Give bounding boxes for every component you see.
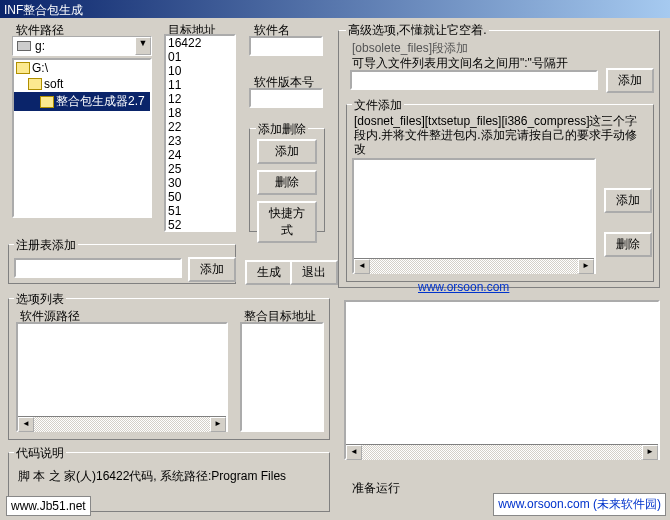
software-version-input[interactable]: [249, 88, 323, 108]
drive-combo[interactable]: g: ▼: [12, 36, 152, 56]
list-item[interactable]: 52: [166, 218, 234, 232]
software-name-input[interactable]: [249, 36, 323, 56]
scroll-left-icon[interactable]: ◄: [18, 417, 34, 432]
folder-tree[interactable]: G:\ soft 整合包生成器2.7: [12, 58, 152, 218]
output-area[interactable]: ◄ ►: [344, 300, 660, 460]
list-item[interactable]: 18: [166, 106, 234, 120]
code-desc-label: 代码说明: [14, 445, 66, 462]
drive-icon: [17, 41, 31, 51]
list-item[interactable]: 50: [166, 190, 234, 204]
scrollbar-horizontal[interactable]: ◄ ►: [354, 258, 594, 274]
list-item[interactable]: 24: [166, 148, 234, 162]
delete-button[interactable]: 删除: [257, 170, 317, 195]
file-list-area[interactable]: ◄ ►: [352, 158, 596, 274]
list-item[interactable]: 11: [166, 78, 234, 92]
list-item[interactable]: 51: [166, 204, 234, 218]
tree-item-selected[interactable]: 整合包生成器2.7: [14, 92, 150, 111]
list-item[interactable]: 30: [166, 176, 234, 190]
tree-item[interactable]: G:\: [14, 60, 150, 76]
folder-icon: [16, 62, 30, 74]
list-item[interactable]: 22: [166, 120, 234, 134]
window-title: INF整合包生成: [4, 3, 83, 17]
ready-label: 准备运行: [352, 480, 400, 497]
list-item[interactable]: 12: [166, 92, 234, 106]
shortcut-button[interactable]: 快捷方式: [257, 201, 317, 243]
source-path-area[interactable]: ◄ ►: [16, 322, 228, 432]
registry-add-button[interactable]: 添加: [188, 257, 236, 282]
scroll-right-icon[interactable]: ►: [210, 417, 226, 432]
code-text: 脚 本 之 家(人)16422代码, 系统路径:Program Files: [18, 468, 328, 485]
scrollbar-horizontal[interactable]: ◄ ►: [18, 416, 226, 432]
scroll-left-icon[interactable]: ◄: [346, 445, 362, 460]
list-item[interactable]: 01: [166, 50, 234, 64]
add-delete-label: 添加删除: [256, 121, 308, 138]
file-add-label: 文件添加: [352, 97, 404, 114]
list-item[interactable]: 10: [166, 64, 234, 78]
list-item[interactable]: 16422: [166, 36, 234, 50]
scroll-right-icon[interactable]: ►: [578, 259, 594, 274]
orsoon-link[interactable]: www.orsoon.com: [418, 280, 509, 294]
list-item[interactable]: 25: [166, 162, 234, 176]
option-list-label: 选项列表: [14, 291, 66, 308]
add-button[interactable]: 添加: [257, 139, 317, 164]
file-add-desc: [dosnet_files][txtsetup_files][i386_comp…: [354, 114, 648, 156]
obsolete-add-button[interactable]: 添加: [606, 68, 654, 93]
tree-item[interactable]: soft: [14, 76, 150, 92]
obsolete-input[interactable]: [350, 70, 598, 90]
add-delete-group: 添加 删除 快捷方式: [249, 128, 325, 232]
registry-label: 注册表添加: [14, 237, 78, 254]
folder-icon: [28, 78, 42, 90]
generate-button[interactable]: 生成: [245, 260, 293, 285]
file-add-button[interactable]: 添加: [604, 188, 652, 213]
file-delete-button[interactable]: 删除: [604, 232, 652, 257]
exit-button[interactable]: 退出: [290, 260, 338, 285]
dir-listbox[interactable]: 16422 01 10 11 12 18 22 23 24 25 30 50 5…: [164, 34, 236, 232]
registry-input[interactable]: [14, 258, 182, 278]
list-item[interactable]: 23: [166, 134, 234, 148]
footer-watermark: www.orsoon.com (未来软件园): [493, 493, 666, 516]
chevron-down-icon[interactable]: ▼: [135, 37, 151, 55]
folder-icon: [40, 96, 54, 108]
title-bar: INF整合包生成: [0, 0, 670, 18]
scroll-right-icon[interactable]: ►: [642, 445, 658, 460]
scrollbar-horizontal[interactable]: ◄ ►: [346, 444, 658, 460]
jb51-watermark: www.Jb51.net: [6, 496, 91, 516]
scroll-left-icon[interactable]: ◄: [354, 259, 370, 274]
advanced-label: 高级选项,不懂就让它空着.: [346, 22, 489, 39]
integrated-target-area[interactable]: [240, 322, 324, 432]
